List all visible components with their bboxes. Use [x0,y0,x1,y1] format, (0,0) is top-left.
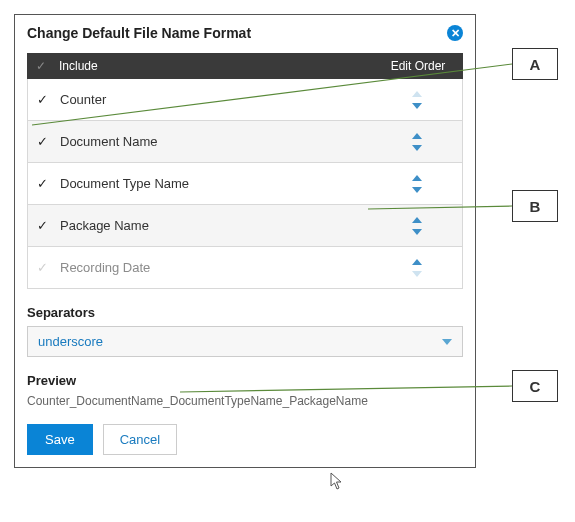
check-icon [37,218,48,233]
row-label: Document Name [56,134,372,149]
include-checkbox[interactable] [28,260,56,275]
header-include: Include [55,59,373,73]
cursor-icon [330,472,344,493]
move-down-icon[interactable] [412,103,422,109]
include-checkbox[interactable] [28,92,56,107]
dialog-title: Change Default File Name Format [27,25,251,41]
header-edit-order: Edit Order [373,59,463,73]
check-icon [37,176,48,191]
callout-a: A [512,48,558,80]
callout-b: B [512,190,558,222]
include-checkbox[interactable] [28,218,56,233]
separators-label: Separators [27,305,463,320]
table-body: CounterDocument NameDocument Type NamePa… [27,79,463,289]
move-up-icon[interactable] [412,133,422,139]
include-checkbox[interactable] [28,134,56,149]
separators-selected: underscore [38,334,103,349]
table-row: Document Name [27,121,463,163]
preview-text: Counter_DocumentName_DocumentTypeName_Pa… [27,394,463,408]
check-icon [37,260,48,275]
dialog-header: Change Default File Name Format ✕ [27,25,463,41]
separators-dropdown[interactable]: underscore [27,326,463,357]
table-header: Include Edit Order [27,53,463,79]
include-checkbox[interactable] [28,176,56,191]
preview-label: Preview [27,373,463,388]
move-down-icon[interactable] [412,145,422,151]
move-down-icon[interactable] [412,229,422,235]
order-controls [372,171,462,197]
row-label: Counter [56,92,372,107]
filename-format-dialog: Change Default File Name Format ✕ Includ… [14,14,476,468]
table-row: Counter [27,79,463,121]
row-label: Package Name [56,218,372,233]
move-down-icon [412,271,422,277]
check-icon [37,92,48,107]
order-controls [372,87,462,113]
callout-c: C [512,370,558,402]
move-up-icon[interactable] [412,217,422,223]
table-row: Document Type Name [27,163,463,205]
row-label: Document Type Name [56,176,372,191]
cancel-button[interactable]: Cancel [103,424,177,455]
move-down-icon[interactable] [412,187,422,193]
order-controls [372,255,462,281]
table-row: Package Name [27,205,463,247]
row-label: Recording Date [56,260,372,275]
order-controls [372,129,462,155]
check-icon [37,134,48,149]
move-up-icon[interactable] [412,175,422,181]
dialog-buttons: Save Cancel [27,424,463,455]
table-row: Recording Date [27,247,463,289]
chevron-down-icon [442,339,452,345]
check-icon [36,59,46,73]
move-up-icon[interactable] [412,259,422,265]
save-button[interactable]: Save [27,424,93,455]
header-check-column [27,59,55,73]
close-icon[interactable]: ✕ [447,25,463,41]
move-up-icon [412,91,422,97]
order-controls [372,213,462,239]
